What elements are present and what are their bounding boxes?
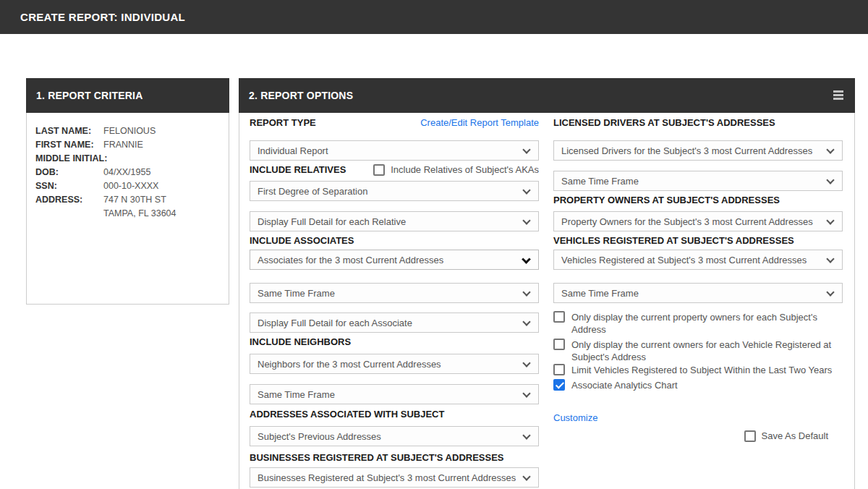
criteria-row-last-name: LAST NAME: FELONIOUS: [35, 124, 220, 138]
criteria-label: FIRST NAME:: [35, 138, 103, 152]
relatives-degree-select[interactable]: First Degree of Separation: [250, 181, 539, 201]
associates-select[interactable]: Associates for the 3 most Current Addres…: [250, 250, 539, 270]
address-line-1: 747 N 30TH ST: [103, 193, 220, 207]
save-default-label: Save As Default: [762, 430, 829, 442]
chevron-down-icon: [522, 186, 530, 194]
licensed-drivers-select[interactable]: Licensed Drivers for the Subject's 3 mos…: [553, 140, 843, 161]
addresses-associated-label: ADDRESSES ASSOCIATED WITH SUBJECT: [250, 409, 539, 420]
akas-checkbox[interactable]: [373, 164, 385, 176]
limit-vehicles-checkbox-label: Limit Vehicles Registered to Subject Wit…: [571, 364, 832, 376]
addresses-select[interactable]: Subject's Previous Addresses: [250, 426, 539, 446]
limit-vehicles-checkbox-row[interactable]: Limit Vehicles Registered to Subject Wit…: [553, 364, 843, 376]
chevron-down-icon: [522, 145, 530, 153]
businesses-select[interactable]: Businesses Registered at Subject's 3 mos…: [250, 467, 539, 488]
chevron-down-icon: [522, 255, 531, 264]
report-criteria-panel: 1. REPORT CRITERIA LAST NAME: FELONIOUS …: [26, 78, 229, 305]
criteria-label: DOB:: [35, 166, 103, 179]
relatives-detail-select[interactable]: Display Full Detail for each Relative: [250, 211, 539, 231]
criteria-value: 04/XX/1955: [103, 166, 220, 179]
chevron-down-icon: [826, 145, 834, 153]
chevron-down-icon: [522, 359, 530, 367]
report-options-title: 2. REPORT OPTIONS: [249, 90, 353, 101]
criteria-row-ssn: SSN: 000-10-XXXX: [35, 179, 220, 193]
report-type-label: REPORT TYPE: [250, 117, 316, 128]
address-line-2: TAMPA, FL 33604: [103, 207, 220, 221]
customize-link[interactable]: Customize: [553, 412, 597, 423]
chevron-down-icon: [522, 288, 530, 296]
criteria-value: FELONIOUS: [103, 124, 220, 138]
associates-timeframe-select[interactable]: Same Time Frame: [250, 283, 539, 303]
associates-detail-select[interactable]: Display Full Detail for each Associate: [250, 312, 539, 333]
property-owners-select[interactable]: Property Owners for the Subject's 3 most…: [553, 211, 843, 231]
criteria-row-dob: DOB: 04/XX/1955: [35, 166, 220, 179]
include-relatives-row: INCLUDE RELATIVES Include Relatives of S…: [250, 163, 539, 176]
chevron-down-icon: [826, 255, 834, 263]
analytics-checkbox-row[interactable]: Associate Analytics Chart: [553, 379, 843, 391]
property-owners-checkbox-row[interactable]: Only display the current property owners…: [553, 311, 843, 336]
criteria-row-middle-initial: MIDDLE INITIAL:: [35, 152, 220, 166]
report-criteria-body: LAST NAME: FELONIOUS FIRST NAME: FRANNIE…: [26, 113, 229, 305]
criteria-value: 747 N 30TH ST TAMPA, FL 33604: [103, 193, 220, 221]
akas-checkbox-label: Include Relatives of Subject's AKAs: [391, 163, 539, 176]
report-options-header: 2. REPORT OPTIONS: [239, 78, 855, 113]
property-owners-label: PROPERTY OWNERS AT SUBJECT'S ADDRESSES: [553, 195, 843, 205]
criteria-label: MIDDLE INITIAL:: [35, 152, 103, 166]
analytics-checkbox-label: Associate Analytics Chart: [571, 379, 678, 391]
report-type-select[interactable]: Individual Report: [250, 140, 539, 161]
chevron-down-icon: [826, 216, 834, 224]
vehicle-owners-checkbox-label: Only display the current owners for each…: [571, 339, 843, 363]
chevron-down-icon: [826, 176, 834, 184]
report-options-body: REPORT TYPE Create/Edit Report Template …: [239, 113, 855, 489]
property-owners-checkbox-label: Only display the current property owners…: [571, 311, 843, 336]
vehicle-owners-checkbox-row[interactable]: Only display the current owners for each…: [553, 339, 843, 363]
chevron-down-icon: [522, 431, 530, 439]
chevron-down-icon: [522, 389, 530, 397]
criteria-row-first-name: FIRST NAME: FRANNIE: [35, 138, 220, 152]
chevron-down-icon: [826, 288, 834, 296]
report-type-row: REPORT TYPE Create/Edit Report Template: [250, 117, 539, 128]
chevron-down-icon: [522, 216, 530, 224]
licensed-timeframe-select[interactable]: Same Time Frame: [553, 171, 843, 191]
criteria-label: ADDRESS:: [35, 193, 103, 221]
report-criteria-title: 1. REPORT CRITERIA: [36, 90, 143, 101]
criteria-value: 000-10-XXXX: [103, 179, 220, 193]
property-owners-checkbox[interactable]: [553, 311, 565, 323]
page-title: CREATE REPORT: INDIVIDUAL: [20, 0, 185, 34]
include-neighbors-label: INCLUDE NEIGHBORS: [250, 336, 539, 347]
save-default-checkbox[interactable]: [744, 430, 756, 442]
report-options-panel: 2. REPORT OPTIONS REPORT TYPE Create/Edi…: [239, 78, 855, 489]
akas-checkbox-row[interactable]: Include Relatives of Subject's AKAs: [373, 163, 539, 176]
limit-vehicles-checkbox[interactable]: [553, 364, 565, 375]
neighbors-select[interactable]: Neighbors for the 3 most Current Address…: [250, 354, 539, 374]
criteria-value: FRANNIE: [103, 138, 220, 152]
create-edit-template-link[interactable]: Create/Edit Report Template: [420, 117, 539, 128]
hamburger-icon[interactable]: [833, 90, 843, 100]
include-associates-label: INCLUDE ASSOCIATES: [250, 235, 539, 246]
criteria-label: SSN:: [35, 179, 103, 193]
vehicles-select[interactable]: Vehicles Registered at Subject's 3 most …: [553, 250, 843, 270]
neighbors-timeframe-select[interactable]: Same Time Frame: [250, 384, 539, 404]
report-criteria-header: 1. REPORT CRITERIA: [26, 78, 229, 113]
page-header-bar: CREATE REPORT: INDIVIDUAL: [0, 0, 868, 34]
businesses-registered-label: BUSINESSES REGISTERED AT SUBJECT'S ADDRE…: [250, 452, 539, 463]
vehicle-owners-checkbox[interactable]: [553, 339, 565, 350]
include-relatives-label: INCLUDE RELATIVES: [250, 164, 346, 175]
vehicles-timeframe-select[interactable]: Same Time Frame: [553, 283, 843, 303]
licensed-drivers-label: LICENSED DRIVERS AT SUBJECT'S ADDRESSES: [553, 117, 843, 128]
chevron-down-icon: [522, 318, 530, 326]
chevron-down-icon: [522, 472, 530, 480]
criteria-row-address: ADDRESS: 747 N 30TH ST TAMPA, FL 33604: [35, 193, 220, 221]
criteria-value: [103, 152, 220, 166]
analytics-checkbox[interactable]: [553, 379, 565, 391]
criteria-label: LAST NAME:: [35, 124, 103, 138]
save-default-row[interactable]: Save As Default: [744, 430, 829, 442]
vehicles-registered-label: VEHICLES REGISTERED AT SUBJECT'S ADDRESS…: [553, 235, 843, 246]
